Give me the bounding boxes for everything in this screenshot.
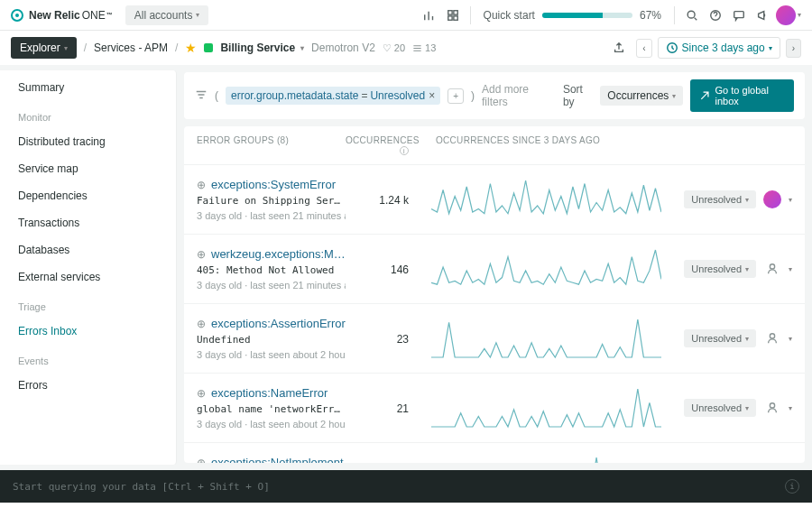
chevron-down-icon[interactable]: ▾ [789, 404, 792, 412]
account-picker[interactable]: All accounts ▾ [125, 5, 209, 25]
filter-token[interactable]: error.group.metadata.state=Unresolved× [226, 87, 440, 105]
stack-count[interactable]: 13 [412, 42, 436, 53]
error-meta: 3 days old · last seen 21 minutes a [197, 210, 346, 221]
sidebar-item-transactions[interactable]: Transactions [0, 209, 176, 236]
chevron-down-icon: ▾ [798, 11, 801, 19]
time-prev[interactable]: ‹ [636, 39, 651, 58]
search-icon[interactable] [680, 4, 704, 27]
occurrence-count: 1.24 k [346, 178, 418, 221]
add-token-button[interactable]: + [448, 88, 464, 104]
chevron-down-icon[interactable]: ▾ [789, 265, 792, 273]
sort-by-label: Sort by [563, 83, 593, 108]
sidebar-item-service-map[interactable]: Service map [0, 155, 176, 182]
service-picker[interactable]: Billing Service▾ [220, 42, 304, 54]
col-since: OCCURRENCES SINCE 3 DAYS AGO [418, 135, 792, 155]
sidebar-item-summary[interactable]: Summary [0, 74, 176, 101]
error-group-row[interactable]: ⊕werkzeug.exceptions:Meth405: Method Not… [184, 235, 805, 304]
close-icon[interactable]: × [429, 89, 435, 102]
occurrence-count: 146 [346, 247, 418, 291]
sparkline [418, 386, 675, 429]
error-name[interactable]: exceptions:SystemError [211, 178, 336, 191]
assign-icon[interactable] [766, 263, 779, 275]
apps-icon[interactable] [441, 4, 465, 27]
sidebar: SummaryMonitorDistributed tracingService… [0, 70, 177, 465]
announce-icon[interactable] [751, 4, 774, 27]
quickstart[interactable]: Quick start 67% [484, 9, 661, 22]
error-name[interactable]: werkzeug.exceptions:Meth [211, 247, 346, 261]
info-icon[interactable]: i [785, 479, 799, 494]
sidebar-item-distributed-tracing[interactable]: Distributed tracing [0, 128, 176, 155]
error-name[interactable]: exceptions:NotImplement [211, 456, 344, 463]
status-dropdown[interactable]: Unresolved▾ [684, 329, 756, 347]
error-meta: 3 days old · last seen about 2 hour [197, 419, 346, 429]
logo[interactable]: New Relic ONE ™ [11, 9, 113, 22]
error-group-row[interactable]: ⊕exceptions:NameErrorglobal name 'networ… [184, 374, 805, 443]
feedback-icon[interactable] [727, 4, 751, 27]
svg-rect-1 [453, 10, 457, 14]
table-header: ERROR GROUPS (8) OCCURRENCES i OCCURRENC… [184, 126, 805, 165]
error-message: Undefined [197, 334, 346, 346]
status-dropdown[interactable]: Unresolved▾ [684, 399, 756, 417]
error-group-row[interactable]: ⊕exceptions:SystemErrorFailure on Shippi… [184, 165, 805, 235]
help-icon[interactable] [704, 4, 727, 27]
status-dropdown[interactable]: Unresolved▾ [684, 190, 756, 208]
filter-icon[interactable] [195, 88, 208, 104]
footer-prompt: Start querying your data [Ctrl + Shift +… [13, 481, 270, 493]
error-group-row[interactable]: ⊕exceptions:NotImplement [184, 443, 805, 463]
assign-icon[interactable] [766, 332, 779, 345]
assign-icon[interactable] [766, 402, 779, 414]
occurrence-count: 23 [346, 317, 418, 360]
brand-name: New Relic [29, 9, 80, 22]
paren-open: ( [215, 89, 218, 102]
chevron-down-icon[interactable]: ▾ [789, 335, 792, 343]
paren-close: ) [471, 89, 475, 102]
svg-rect-6 [734, 11, 744, 17]
svg-point-4 [687, 11, 695, 18]
error-name[interactable]: exceptions:NameError [211, 386, 328, 400]
status-dropdown[interactable]: Unresolved▾ [684, 260, 756, 278]
sidebar-item-dependencies[interactable]: Dependencies [0, 182, 176, 209]
assignee-avatar[interactable] [763, 190, 781, 208]
explorer-menu[interactable]: Explorer▾ [11, 37, 77, 59]
sidebar-item-databases[interactable]: Databases [0, 236, 176, 263]
filter-bar: ( error.group.metadata.state=Unresolved×… [184, 72, 805, 119]
sparkline [418, 247, 675, 291]
svg-point-8 [770, 264, 774, 269]
chart-icon[interactable] [418, 4, 441, 27]
sidebar-item-external-services[interactable]: External services [0, 263, 176, 291]
sparkline [418, 178, 675, 221]
sidebar-item-errors[interactable]: Errors [0, 372, 176, 399]
error-message: Failure on Shipping Serv… [197, 195, 346, 207]
svg-rect-2 [448, 15, 451, 19]
share-icon[interactable] [607, 38, 631, 58]
sort-dropdown[interactable]: Occurrences▾ [600, 86, 683, 106]
svg-rect-0 [448, 10, 451, 14]
brand-tm: ™ [106, 12, 113, 18]
globe-icon: ⊕ [197, 179, 206, 191]
sparkline [418, 456, 675, 463]
heart-count[interactable]: ♡ 20 [383, 42, 405, 54]
user-menu[interactable] [774, 4, 798, 27]
error-group-row[interactable]: ⊕exceptions:AssertionErrorUndefined3 day… [184, 304, 805, 374]
global-inbox-button[interactable]: Go to global inbox [690, 79, 794, 112]
query-footer[interactable]: Start querying your data [Ctrl + Shift +… [0, 470, 812, 503]
error-meta: 3 days old · last seen 21 minutes a [197, 280, 346, 291]
brand-suffix: ONE [82, 9, 106, 22]
add-more-filters[interactable]: Add more filters [482, 83, 549, 108]
sparkline [418, 317, 675, 360]
sidebar-heading: Events [0, 345, 176, 372]
time-next[interactable]: › [786, 39, 801, 58]
occurrence-count [346, 456, 418, 463]
time-range-picker[interactable]: Since 3 days ago▾ [658, 37, 780, 59]
sidebar-item-errors-inbox[interactable]: Errors Inbox [0, 318, 176, 345]
svg-point-10 [770, 403, 774, 408]
globe-icon: ⊕ [197, 387, 206, 400]
error-name[interactable]: exceptions:AssertionError [211, 317, 346, 330]
col-occurrences: OCCURRENCES i [346, 135, 418, 155]
topbar: New Relic ONE ™ All accounts ▾ Quick sta… [0, 0, 812, 31]
logo-icon [11, 9, 23, 22]
crumb-services[interactable]: Services - APM [94, 42, 168, 54]
main: SummaryMonitorDistributed tracingService… [0, 65, 812, 470]
star-icon[interactable]: ★ [185, 41, 197, 55]
chevron-down-icon[interactable]: ▾ [789, 196, 792, 204]
